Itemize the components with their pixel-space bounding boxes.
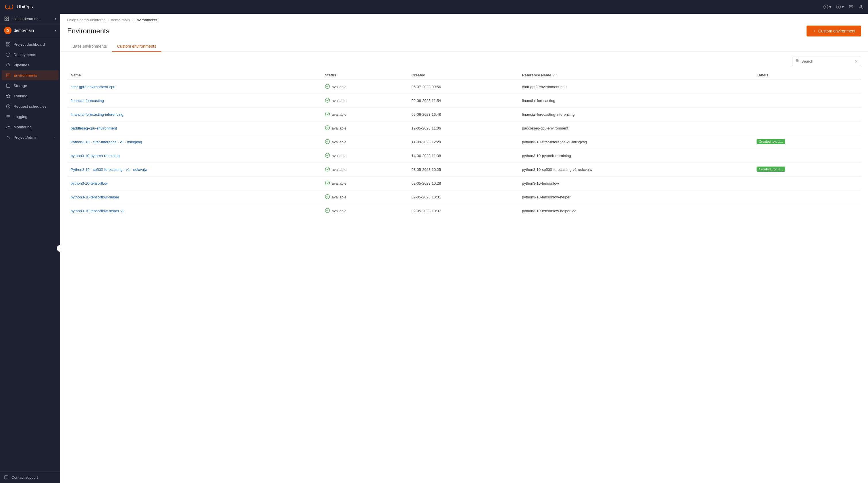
svg-text:?: ? <box>825 5 827 9</box>
status-cell: available <box>325 194 405 200</box>
reference-name-sort-icon[interactable]: ↑ <box>556 73 558 77</box>
env-name-link[interactable]: financial-forecasting-inferencing <box>71 112 124 117</box>
svg-rect-8 <box>7 17 9 19</box>
sidebar-item-pipelines[interactable]: Pipelines <box>2 60 59 70</box>
cell-labels <box>753 149 861 163</box>
sidebar-item-label: Monitoring <box>13 125 55 129</box>
notifications-icon[interactable] <box>848 4 854 9</box>
cell-status: available <box>321 108 408 122</box>
env-name-link[interactable]: chat-gpt2-environment-cpu <box>71 85 115 89</box>
custom-environment-button[interactable]: ＋ Custom environment <box>807 26 861 36</box>
cell-created: 14-06-2023 11:38 <box>408 149 519 163</box>
custom-env-plus-icon: ＋ <box>812 28 816 34</box>
env-name-text: Python3.10 - cifar-inference - v1 - milh… <box>71 140 142 144</box>
page-header: Environments ＋ Custom environment <box>60 22 868 36</box>
svg-rect-11 <box>6 42 8 44</box>
sidebar-item-label: Request schedules <box>13 104 55 108</box>
sidebar-item-label: Environments <box>13 73 55 77</box>
sidebar-org[interactable]: ubiops-demo-ub... ▾ <box>0 14 60 24</box>
sidebar-item-environments[interactable]: Environments <box>2 70 59 80</box>
cell-name: Python3.10 - sp500-forecasting - v1 - uo… <box>67 163 321 176</box>
svg-point-42 <box>325 195 330 199</box>
cell-status: available <box>321 80 408 94</box>
env-name-link[interactable]: financial-forecasting <box>71 98 104 103</box>
logo-icon <box>5 4 14 10</box>
table-area: ✕ Name Status Created Reference Name ? ↑ <box>60 52 868 483</box>
project-name: demo-main <box>14 28 52 33</box>
cell-labels <box>753 94 861 108</box>
status-cell: available <box>325 166 405 172</box>
tab-base-environments[interactable]: Base environments <box>67 41 112 52</box>
cell-created: 05-07-2023 09:56 <box>408 80 519 94</box>
cell-reference-name: chat-gpt2-environment-cpu <box>519 80 753 94</box>
cell-created: 12-05-2023 11:06 <box>408 122 519 135</box>
help-button[interactable]: ? ▾ <box>823 4 831 9</box>
sidebar-item-project-dashboard[interactable]: Project dashboard <box>2 39 59 50</box>
status-text: available <box>332 112 346 117</box>
table-body: chat-gpt2-environment-cpu available 05-0… <box>67 80 861 218</box>
status-text: available <box>332 98 346 103</box>
col-name: Name <box>67 71 321 80</box>
search-input[interactable] <box>801 59 853 63</box>
svg-point-34 <box>325 85 330 89</box>
table-row: python3-10-tensorflow-helper available 0… <box>67 190 861 204</box>
cell-status: available <box>321 122 408 135</box>
environments-table: Name Status Created Reference Name ? ↑ L… <box>67 71 861 218</box>
sidebar-item-monitoring[interactable]: Monitoring <box>2 122 59 132</box>
cell-created: 09-06-2023 16:48 <box>408 108 519 122</box>
sidebar-item-storage[interactable]: Storage <box>2 81 59 91</box>
status-cell: available <box>325 208 405 214</box>
status-text: available <box>332 195 346 199</box>
sidebar-item-request-schedules[interactable]: Request schedules <box>2 101 59 111</box>
sidebar-item-training[interactable]: Training <box>2 91 59 101</box>
breadcrumb-project-link[interactable]: demo-main <box>111 18 130 22</box>
available-icon <box>325 180 330 186</box>
svg-line-33 <box>798 61 799 62</box>
cell-labels: Created_by: U... <box>753 163 861 176</box>
svg-rect-21 <box>6 74 10 77</box>
sidebar-project[interactable]: D demo-main ▾ <box>0 24 60 37</box>
svg-point-40 <box>325 167 330 171</box>
project-chevron-icon: ▾ <box>55 29 56 32</box>
table-row: paddleseg-cpu-environment available 12-0… <box>67 122 861 135</box>
cell-created: 11-09-2023 12:20 <box>408 135 519 149</box>
project-avatar: D <box>4 27 11 34</box>
breadcrumb-current: Environments <box>134 18 157 22</box>
breadcrumb-org-link[interactable]: ubiops-demo-ubinternal <box>67 18 106 22</box>
top-navbar: UbiOps ? ▾ ▾ <box>0 0 868 14</box>
available-icon <box>325 125 330 131</box>
cell-created: 09-06-2023 11:54 <box>408 94 519 108</box>
table-row: python3-10-pytorch-retraining available … <box>67 149 861 163</box>
contact-support[interactable]: Contact support <box>0 471 60 483</box>
status-text: available <box>332 154 346 158</box>
sidebar-item-label: Training <box>13 94 55 98</box>
sidebar-item-label: Storage <box>13 84 55 88</box>
sidebar-item-project-admin[interactable]: Project Admin › <box>2 132 59 142</box>
cell-labels <box>753 108 861 122</box>
search-clear-icon[interactable]: ✕ <box>855 59 858 64</box>
svg-point-36 <box>325 112 330 116</box>
sidebar-item-deployments[interactable]: Deployments <box>2 50 59 60</box>
svg-point-37 <box>325 126 330 130</box>
cell-labels <box>753 190 861 204</box>
status-cell: available <box>325 111 405 118</box>
sidebar: ubiops-demo-ub... ▾ D demo-main ▾ Projec… <box>0 14 60 483</box>
status-text: available <box>332 85 346 89</box>
reference-name-help-icon[interactable]: ? <box>552 73 555 77</box>
org-name: ubiops-demo-ub... <box>11 17 53 21</box>
status-cell: available <box>325 84 405 90</box>
available-icon <box>325 111 330 118</box>
cell-created: 02-05-2023 10:37 <box>408 204 519 218</box>
svg-marker-15 <box>6 53 10 57</box>
sidebar-item-label: Deployments <box>13 53 55 57</box>
sidebar-item-label: Pipelines <box>13 63 55 67</box>
tab-custom-environments[interactable]: Custom environments <box>112 41 161 52</box>
env-name-text: python3-10-tensorflow-helper <box>71 195 119 199</box>
user-icon[interactable] <box>858 4 863 9</box>
svg-point-35 <box>325 98 330 102</box>
sidebar-item-logging[interactable]: Logging <box>2 112 59 122</box>
cell-reference-name: python3-10-tensorflow-helper <box>519 190 753 204</box>
table-row: python3-10-tensorflow-helper-v2 availabl… <box>67 204 861 218</box>
status-text: available <box>332 209 346 213</box>
plus-button[interactable]: ▾ <box>836 4 844 9</box>
